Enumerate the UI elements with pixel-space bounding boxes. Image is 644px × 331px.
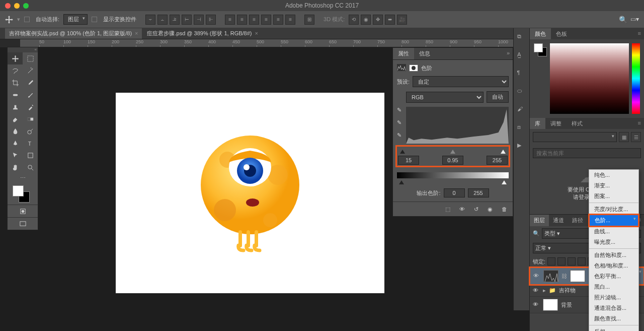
link-icon[interactable]: ⛓ xyxy=(561,273,567,279)
visibility-toggle-icon[interactable]: 👁 xyxy=(533,287,540,294)
document-tab-2[interactable]: 痘痘君步骤.psd @ 389% (形状 1, RGB/8#)× xyxy=(143,28,262,39)
output-white-field[interactable] xyxy=(468,188,489,197)
black-point-eyedropper-icon[interactable]: ✎ xyxy=(397,107,401,113)
3d-roll-icon[interactable]: ◉ xyxy=(361,15,371,25)
grid-view-icon[interactable]: ▦ xyxy=(619,132,629,142)
magic-wand-tool[interactable] xyxy=(23,64,38,77)
menu-item[interactable]: 纯色... xyxy=(589,170,638,180)
align-hcenter-icon[interactable]: ⊣ xyxy=(194,15,204,25)
libraries-tab[interactable]: 库 xyxy=(530,118,545,129)
move-tool-icon[interactable] xyxy=(5,16,13,24)
3d-orbit-icon[interactable]: ⟲ xyxy=(349,15,359,25)
info-tab[interactable]: 信息 xyxy=(414,48,435,59)
marquee-tool[interactable] xyxy=(23,52,38,64)
eyedropper-tool[interactable] xyxy=(23,77,38,89)
channel-dropdown[interactable]: RGB xyxy=(406,92,484,103)
layer-thumb[interactable] xyxy=(543,299,558,311)
mid-slider[interactable] xyxy=(450,150,455,154)
menu-item[interactable]: 自然饱和度... xyxy=(589,250,638,260)
lock-artboard-icon[interactable] xyxy=(578,257,586,266)
filter-type-dropdown[interactable]: 类型 ▾ xyxy=(542,228,591,239)
workspace-switcher-icon[interactable]: ▭▾ xyxy=(630,16,639,24)
toggle-visibility-icon[interactable]: ◉ xyxy=(486,205,495,213)
dodge-tool[interactable] xyxy=(23,125,38,137)
align-vcenter-icon[interactable]: ⫠ xyxy=(157,15,168,25)
hand-tool[interactable] xyxy=(8,161,23,173)
pen-tool[interactable] xyxy=(8,137,23,149)
view-previous-icon[interactable]: 👁 xyxy=(457,205,466,213)
panel-foreground-color[interactable] xyxy=(534,43,543,52)
menu-item[interactable]: 亮度/对比度... xyxy=(589,204,638,215)
filter-icon[interactable]: 🔍 xyxy=(533,230,540,237)
close-tab-icon[interactable]: × xyxy=(255,30,258,36)
menu-item[interactable]: 色彩平衡... xyxy=(589,271,638,282)
histogram[interactable] xyxy=(406,107,509,143)
distribute-bottom-icon[interactable]: ≡ xyxy=(249,15,259,25)
document-canvas[interactable] xyxy=(116,93,384,293)
move-tool[interactable] xyxy=(8,52,23,64)
hue-slider[interactable] xyxy=(632,43,640,114)
menu-item[interactable]: 黑白... xyxy=(589,282,638,292)
3d-pan-icon[interactable]: ✥ xyxy=(373,15,383,25)
swatches-tab[interactable]: 色板 xyxy=(551,28,572,39)
delete-adjustment-icon[interactable]: 🗑 xyxy=(500,205,509,213)
zoom-tool[interactable] xyxy=(23,161,38,173)
channels-tab[interactable]: 通道 xyxy=(549,215,568,226)
distribute-top-icon[interactable]: ≡ xyxy=(225,15,235,25)
menu-item[interactable]: 照片滤镜... xyxy=(589,292,638,303)
3d-zoom-icon[interactable]: 🎥 xyxy=(397,15,407,25)
input-white-field[interactable] xyxy=(487,156,508,165)
autoselect-checkbox[interactable] xyxy=(24,17,30,22)
menu-item[interactable]: 色相/饱和度... xyxy=(589,260,638,271)
lock-position-icon[interactable] xyxy=(568,257,576,266)
white-point-eyedropper-icon[interactable]: ✎ xyxy=(397,132,401,139)
menu-item[interactable]: 渐变... xyxy=(589,180,638,191)
distribute-left-icon[interactable]: ≡ xyxy=(261,15,271,25)
panel-menu-icon[interactable]: ≡ xyxy=(635,28,644,39)
output-black-slider[interactable] xyxy=(399,180,404,184)
library-dropdown[interactable] xyxy=(533,132,617,142)
screenmode-icon[interactable] xyxy=(8,218,38,230)
autoselect-dropdown[interactable]: 图层 xyxy=(63,14,88,25)
blur-tool[interactable] xyxy=(8,125,23,137)
brush-panel-icon[interactable]: ⬭ xyxy=(517,88,526,97)
menu-item[interactable]: 颜色查找... xyxy=(589,313,638,324)
library-search-input[interactable] xyxy=(533,148,641,158)
output-black-field[interactable] xyxy=(444,188,465,197)
paragraph-panel-icon[interactable]: ¶ xyxy=(517,70,526,79)
visibility-toggle-icon[interactable]: 👁 xyxy=(533,301,540,308)
close-tab-icon[interactable]: × xyxy=(135,30,138,36)
reset-icon[interactable]: ↺ xyxy=(471,205,480,213)
layers-tab[interactable]: 图层 xyxy=(530,215,549,226)
adjustment-thumb[interactable] xyxy=(543,270,558,282)
shape-tool[interactable] xyxy=(23,149,38,161)
lock-paint-icon[interactable] xyxy=(557,257,566,266)
3d-slide-icon[interactable]: ⬌ xyxy=(385,15,395,25)
auto-button[interactable]: 自动 xyxy=(487,91,509,103)
auto-align-icon[interactable]: ⊞ xyxy=(304,15,314,25)
brush-tool[interactable] xyxy=(23,89,38,101)
panel-menu-icon[interactable]: ≡ xyxy=(635,118,644,129)
input-mid-field[interactable] xyxy=(442,156,463,165)
align-left-icon[interactable]: ⊢ xyxy=(182,15,192,25)
align-right-icon[interactable]: ⊩ xyxy=(206,15,216,25)
visibility-toggle-icon[interactable]: 👁 xyxy=(533,273,540,280)
close-window-button[interactable] xyxy=(5,3,11,9)
document-tab-1[interactable]: 吉祥物案例实战.psd @ 100% (色阶 1, 图层蒙版/8)× xyxy=(5,28,142,39)
collapse-panel-icon[interactable]: » xyxy=(504,48,513,59)
color-tab[interactable]: 颜色 xyxy=(530,28,551,39)
crop-tool[interactable] xyxy=(8,77,23,89)
menu-item[interactable]: 通道混合器... xyxy=(589,303,638,313)
distribute-right-icon[interactable]: ≡ xyxy=(285,15,295,25)
mask-thumb[interactable] xyxy=(570,270,585,282)
adjustments-tab[interactable]: 调整 xyxy=(545,118,567,129)
menu-item[interactable]: 反相 xyxy=(589,326,638,331)
search-icon[interactable]: 🔍 xyxy=(619,16,627,24)
clip-to-layer-icon[interactable]: ⬚ xyxy=(443,205,452,213)
character-panel-icon[interactable]: A̲ xyxy=(517,51,526,60)
distribute-vcenter-icon[interactable]: ≡ xyxy=(237,15,247,25)
layer-name[interactable]: 吉祥物 xyxy=(559,287,576,294)
white-slider[interactable] xyxy=(501,150,506,154)
path-selection-tool[interactable] xyxy=(8,149,23,161)
history-brush-tool[interactable] xyxy=(23,101,38,113)
